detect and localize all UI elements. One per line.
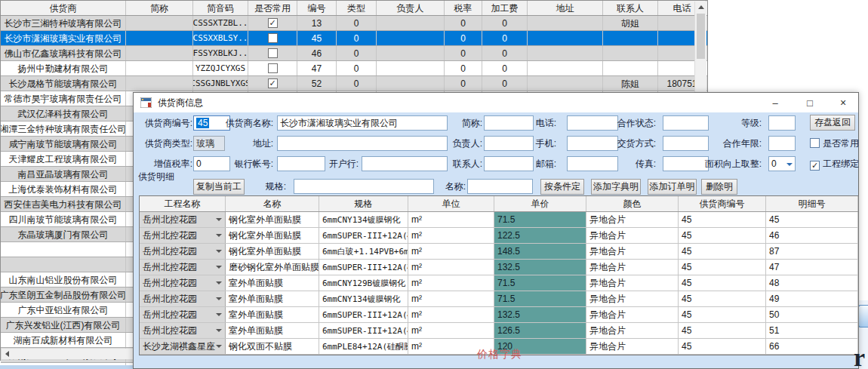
detail-cell: 47 xyxy=(766,260,858,275)
project-combobox[interactable]: 岳州北控花园 xyxy=(140,260,226,275)
project-combobox[interactable]: 长沙龙湖祺鑫星座 xyxy=(140,339,226,354)
detail-row[interactable]: 岳州北控花园钢化室外单面贴膜6mmCNY134镀膜钢化m²71.5异地合片454… xyxy=(140,212,858,228)
column-header[interactable]: 类型 xyxy=(337,1,377,15)
column-header[interactable]: 简称 xyxy=(126,1,193,15)
bank-account-label: 银行帐号: xyxy=(209,156,273,171)
supplier-row[interactable]: 扬州中勤建材有限公司YZZQJCYXGS47000 xyxy=(1,61,707,76)
detail-cell: 室外单面贴膜 xyxy=(226,307,319,322)
chevron-down-icon[interactable] xyxy=(216,281,222,284)
detail-row[interactable]: 岳州北控花园钢化室外单面贴膜6mm白玻+1.14PVB+6mm...m²148.… xyxy=(140,244,858,260)
chevron-down-icon[interactable] xyxy=(216,218,222,221)
supplier-cell xyxy=(126,46,193,60)
chevron-down-icon[interactable] xyxy=(216,345,222,348)
detail-cell: 室外单面贴膜 xyxy=(226,275,319,291)
column-header[interactable]: 供货商 xyxy=(1,1,126,15)
close-button[interactable]: × xyxy=(826,93,860,112)
project-combobox[interactable]: 岳州北控花园 xyxy=(140,228,226,243)
delete-detail-button[interactable]: 删除明细 xyxy=(701,179,737,195)
grid-column-header[interactable]: 单价 xyxy=(494,196,586,211)
column-header[interactable]: 是否常用 xyxy=(248,1,297,15)
column-header[interactable]: 负责人 xyxy=(377,1,445,15)
common-checkbox-icon[interactable]: ✓ xyxy=(268,78,278,88)
detail-cell: 室外单面贴膜 xyxy=(226,323,319,338)
area-round-combobox[interactable]: 0 xyxy=(768,156,796,171)
project-combobox[interactable]: 岳州北控花园 xyxy=(140,323,226,338)
detail-cell: 异地合片 xyxy=(586,212,679,227)
detail-cell: 6mmSUPER-III+12A(硅... xyxy=(319,260,408,275)
maximize-button[interactable]: □ xyxy=(793,93,826,112)
detail-cell: 钢化室外单面贴膜 xyxy=(226,228,319,243)
scroll-left-icon[interactable] xyxy=(2,349,13,359)
scroll-up-icon[interactable] xyxy=(695,2,706,13)
grid-column-header[interactable]: 单位 xyxy=(408,196,494,211)
minimize-button[interactable]: – xyxy=(759,93,792,112)
column-header[interactable]: 地址 xyxy=(528,1,603,15)
detail-cell: 50 xyxy=(766,307,858,322)
column-header[interactable]: 税率 xyxy=(445,1,482,15)
spec-filter-input[interactable] xyxy=(294,179,434,194)
checkbox-icon[interactable]: ✓ xyxy=(810,161,820,171)
chevron-down-icon[interactable] xyxy=(216,297,222,300)
save-return-button[interactable]: 存盘返回 xyxy=(810,115,855,131)
detail-row[interactable]: 岳州北控花园室外单面贴膜6mmCNY129B镀膜钢化m²71.5异地合片4548 xyxy=(140,275,858,291)
chevron-down-icon[interactable] xyxy=(216,313,222,316)
supplier-cell: 0 xyxy=(482,76,528,91)
is-common-checkbox[interactable]: 是否常用 xyxy=(810,136,859,151)
project-bind-checkbox[interactable]: ✓工程绑定 xyxy=(810,156,859,171)
detail-cell: 45 xyxy=(679,260,766,275)
coop-years-label: 合作年限: xyxy=(662,136,762,151)
detail-row[interactable]: 岳州北控花园钢化室外单面贴膜6mmSUPER-III+12A(硅...m²122… xyxy=(140,228,858,244)
locate-button[interactable]: 按条件定位 xyxy=(540,179,584,195)
supplier-row[interactable]: 长沙晟格节能玻璃有限公司CSSGJNBLYXGS✓52000陈姐180751 xyxy=(1,76,707,91)
chevron-down-icon[interactable] xyxy=(786,163,793,166)
column-header[interactable]: 联系人 xyxy=(603,1,658,15)
detail-row[interactable]: 岳州北控花园室外单面贴膜6mmCNY134镀膜钢化m²71.5异地合片4549 xyxy=(140,291,858,307)
coop-years-field[interactable] xyxy=(768,136,796,151)
detail-row[interactable]: 岳州北控花园磨砂钢化室外单面贴膜6mmSUPER-III+12A(硅...m²1… xyxy=(140,260,858,275)
detail-cell: 异地合片 xyxy=(586,244,679,259)
chevron-down-icon[interactable] xyxy=(216,234,222,237)
detail-row[interactable]: 岳州北控花园室外单面贴膜6mmSUPER-III+12A(硅...m²132.5… xyxy=(140,307,858,323)
chevron-down-icon[interactable] xyxy=(216,329,222,332)
supplier-cell: 0 xyxy=(482,16,528,30)
common-checkbox-icon[interactable]: ✓ xyxy=(268,18,278,28)
project-combobox[interactable]: 岳州北控花园 xyxy=(140,244,226,259)
project-combobox[interactable]: 岳州北控花园 xyxy=(140,307,226,322)
add-dict-detail-button[interactable]: 添加字典明细 xyxy=(591,179,641,195)
grid-column-header[interactable]: 规格 xyxy=(319,196,408,211)
common-checkbox-icon[interactable] xyxy=(268,48,278,58)
project-combobox[interactable]: 岳州北控花园 xyxy=(140,275,226,291)
chevron-down-icon[interactable] xyxy=(216,250,222,253)
detail-cell: m² xyxy=(408,323,494,338)
supplier-row[interactable]: 长沙市潇湘玻璃实业有限公司CSSXXBLSY..45000 xyxy=(1,31,707,46)
project-combobox[interactable]: 岳州北控花园 xyxy=(140,291,226,306)
grid-column-header[interactable]: 工程名称 xyxy=(140,196,226,211)
address-field[interactable] xyxy=(277,136,448,151)
detail-row[interactable]: 岳州北控花园室外单面贴膜6mmSUPER-III+12A(硅...m²126.5… xyxy=(140,323,858,339)
name-filter-input[interactable] xyxy=(467,179,533,194)
copy-project-button[interactable]: 复制当前工程 xyxy=(193,179,245,195)
detail-cell: 6mmCNY134镀膜钢化 xyxy=(319,291,408,306)
supplier-name-field[interactable]: 长沙市潇湘玻璃实业有限公司 xyxy=(277,115,448,131)
project-combobox[interactable]: 岳州北控花园 xyxy=(140,212,226,227)
bank-account-field[interactable] xyxy=(277,156,325,171)
checkbox-icon[interactable] xyxy=(810,138,820,148)
supplier-cell: 长沙晟格节能玻璃有限公司 xyxy=(1,76,126,91)
column-header[interactable]: 加工费 xyxy=(482,1,528,15)
grade-field[interactable] xyxy=(768,115,796,131)
add-order-detail-button[interactable]: 添加订单明细 xyxy=(648,179,697,195)
common-checkbox-icon[interactable] xyxy=(268,33,278,43)
column-header[interactable]: 简音码 xyxy=(193,1,248,15)
supplier-row[interactable]: 长沙市三湘特种玻璃有限公司CSSSXTZBL..✓13000胡姐 xyxy=(1,16,707,31)
supplier-cell: 长沙市潇湘玻璃实业有限公司 xyxy=(1,31,126,45)
bank-field[interactable] xyxy=(362,156,448,171)
common-checkbox-icon[interactable] xyxy=(268,63,278,73)
column-header[interactable]: 编号 xyxy=(297,1,337,15)
grid-column-header[interactable]: 明细号 xyxy=(766,196,858,211)
scrollbar-thumb[interactable] xyxy=(697,14,705,59)
grid-column-header[interactable]: 供货商编号 xyxy=(679,196,766,211)
chevron-down-icon[interactable] xyxy=(216,266,222,269)
grid-column-header[interactable]: 颜色 xyxy=(586,196,679,211)
supplier-row[interactable]: 佛山市亿鑫玻璃科技有限公司FSSYXBLKJ..46000 xyxy=(1,46,707,61)
grid-column-header[interactable]: 名称 xyxy=(226,196,319,211)
